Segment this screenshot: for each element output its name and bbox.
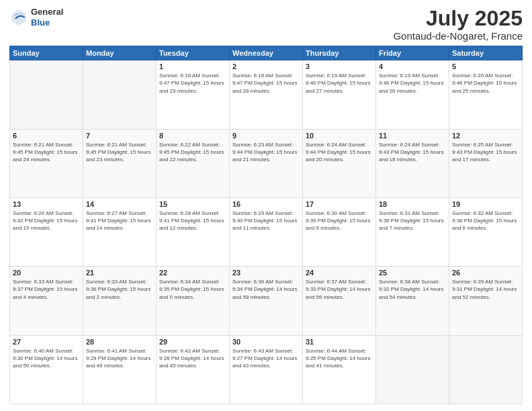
table-row: 9Sunrise: 6:23 AM Sunset: 9:44 PM Daylig… (230, 129, 303, 197)
calendar-week-row: 20Sunrise: 6:33 AM Sunset: 9:37 PM Dayli… (10, 267, 523, 335)
day-number: 18 (379, 200, 446, 208)
logo: General Blue (9, 7, 63, 28)
day-info: Sunrise: 6:32 AM Sunset: 9:38 PM Dayligh… (452, 210, 519, 232)
day-number: 22 (159, 269, 226, 277)
calendar-week-row: 6Sunrise: 6:21 AM Sunset: 9:45 PM Daylig… (10, 129, 523, 197)
day-number: 14 (86, 200, 153, 208)
table-row: 11Sunrise: 6:24 AM Sunset: 9:43 PM Dayli… (376, 129, 449, 197)
table-row: 24Sunrise: 6:37 AM Sunset: 9:33 PM Dayli… (303, 267, 376, 335)
day-info: Sunrise: 6:29 AM Sunset: 9:40 PM Dayligh… (232, 210, 300, 232)
calendar-week-row: 13Sunrise: 6:26 AM Sunset: 9:42 PM Dayli… (10, 197, 523, 266)
day-info: Sunrise: 6:28 AM Sunset: 9:41 PM Dayligh… (159, 210, 226, 232)
col-tuesday: Tuesday (157, 46, 230, 60)
day-number: 21 (86, 269, 153, 277)
month-title: July 2025 (393, 7, 523, 30)
day-number: 4 (379, 62, 446, 71)
logo-icon (9, 8, 28, 27)
table-row: 25Sunrise: 6:38 AM Sunset: 9:32 PM Dayli… (376, 267, 449, 335)
day-info: Sunrise: 6:19 AM Sunset: 9:46 PM Dayligh… (306, 72, 373, 95)
day-number: 5 (452, 62, 519, 71)
day-number: 25 (379, 269, 446, 277)
col-saturday: Saturday (449, 46, 523, 60)
day-info: Sunrise: 6:44 AM Sunset: 9:25 PM Dayligh… (306, 347, 373, 370)
calendar-table: Sunday Monday Tuesday Wednesday Thursday… (9, 46, 523, 404)
day-info: Sunrise: 6:27 AM Sunset: 9:41 PM Dayligh… (86, 210, 153, 232)
table-row: 27Sunrise: 6:40 AM Sunset: 9:30 PM Dayli… (10, 335, 83, 404)
table-row: 23Sunrise: 6:36 AM Sunset: 9:34 PM Dayli… (230, 267, 303, 335)
day-number: 6 (13, 132, 80, 140)
day-number: 29 (159, 338, 226, 346)
day-number: 8 (159, 132, 226, 140)
day-number: 23 (232, 269, 300, 277)
day-number: 10 (306, 132, 373, 140)
day-info: Sunrise: 6:38 AM Sunset: 9:32 PM Dayligh… (379, 278, 446, 301)
day-info: Sunrise: 6:30 AM Sunset: 9:39 PM Dayligh… (306, 210, 373, 232)
table-row: 8Sunrise: 6:22 AM Sunset: 9:45 PM Daylig… (157, 129, 230, 197)
header: General Blue July 2025 Gontaud-de-Nogare… (9, 7, 523, 42)
table-row: 7Sunrise: 6:21 AM Sunset: 9:45 PM Daylig… (83, 129, 157, 197)
table-row: 19Sunrise: 6:32 AM Sunset: 9:38 PM Dayli… (449, 197, 523, 266)
table-row: 2Sunrise: 6:18 AM Sunset: 9:47 PM Daylig… (230, 60, 303, 129)
day-info: Sunrise: 6:33 AM Sunset: 9:36 PM Dayligh… (86, 278, 153, 301)
table-row: 14Sunrise: 6:27 AM Sunset: 9:41 PM Dayli… (83, 197, 157, 266)
table-row: 30Sunrise: 6:43 AM Sunset: 9:27 PM Dayli… (230, 335, 303, 404)
table-row: 17Sunrise: 6:30 AM Sunset: 9:39 PM Dayli… (303, 197, 376, 266)
table-row: 16Sunrise: 6:29 AM Sunset: 9:40 PM Dayli… (230, 197, 303, 266)
table-row (10, 60, 83, 129)
calendar-header-row: Sunday Monday Tuesday Wednesday Thursday… (10, 46, 523, 60)
day-info: Sunrise: 6:19 AM Sunset: 9:46 PM Dayligh… (379, 72, 446, 95)
day-info: Sunrise: 6:22 AM Sunset: 9:45 PM Dayligh… (159, 141, 226, 164)
table-row (376, 335, 449, 404)
day-number: 16 (232, 200, 300, 208)
day-info: Sunrise: 6:24 AM Sunset: 9:44 PM Dayligh… (306, 141, 373, 164)
day-number: 3 (306, 62, 373, 71)
title-block: July 2025 Gontaud-de-Nogaret, France (393, 7, 523, 42)
day-info: Sunrise: 6:43 AM Sunset: 9:27 PM Dayligh… (232, 347, 300, 370)
day-number: 7 (86, 132, 153, 140)
day-number: 26 (452, 269, 519, 277)
day-info: Sunrise: 6:42 AM Sunset: 9:28 PM Dayligh… (159, 347, 226, 370)
day-number: 27 (13, 338, 80, 346)
table-row: 1Sunrise: 6:18 AM Sunset: 9:47 PM Daylig… (157, 60, 230, 129)
col-monday: Monday (83, 46, 157, 60)
day-number: 20 (13, 269, 80, 277)
day-info: Sunrise: 6:21 AM Sunset: 9:45 PM Dayligh… (13, 141, 80, 164)
calendar-week-row: 1Sunrise: 6:18 AM Sunset: 9:47 PM Daylig… (10, 60, 523, 129)
table-row: 15Sunrise: 6:28 AM Sunset: 9:41 PM Dayli… (157, 197, 230, 266)
day-info: Sunrise: 6:24 AM Sunset: 9:43 PM Dayligh… (379, 141, 446, 164)
table-row: 31Sunrise: 6:44 AM Sunset: 9:25 PM Dayli… (303, 335, 376, 404)
day-info: Sunrise: 6:33 AM Sunset: 9:37 PM Dayligh… (13, 278, 80, 301)
day-info: Sunrise: 6:20 AM Sunset: 9:46 PM Dayligh… (452, 72, 519, 95)
page: General Blue July 2025 Gontaud-de-Nogare… (0, 0, 532, 411)
day-info: Sunrise: 6:23 AM Sunset: 9:44 PM Dayligh… (232, 141, 300, 164)
day-number: 31 (306, 338, 373, 346)
day-number: 28 (86, 338, 153, 346)
table-row: 10Sunrise: 6:24 AM Sunset: 9:44 PM Dayli… (303, 129, 376, 197)
day-info: Sunrise: 6:41 AM Sunset: 9:29 PM Dayligh… (86, 347, 153, 370)
table-row: 28Sunrise: 6:41 AM Sunset: 9:29 PM Dayli… (83, 335, 157, 404)
table-row: 21Sunrise: 6:33 AM Sunset: 9:36 PM Dayli… (83, 267, 157, 335)
day-number: 15 (159, 200, 226, 208)
calendar-week-row: 27Sunrise: 6:40 AM Sunset: 9:30 PM Dayli… (10, 335, 523, 404)
day-info: Sunrise: 6:25 AM Sunset: 9:43 PM Dayligh… (452, 141, 519, 164)
day-number: 30 (232, 338, 300, 346)
day-number: 17 (306, 200, 373, 208)
table-row (83, 60, 157, 129)
col-sunday: Sunday (10, 46, 83, 60)
day-number: 2 (232, 62, 300, 71)
day-number: 9 (232, 132, 300, 140)
table-row: 18Sunrise: 6:31 AM Sunset: 9:39 PM Dayli… (376, 197, 449, 266)
table-row: 6Sunrise: 6:21 AM Sunset: 9:45 PM Daylig… (10, 129, 83, 197)
table-row: 29Sunrise: 6:42 AM Sunset: 9:28 PM Dayli… (157, 335, 230, 404)
day-info: Sunrise: 6:31 AM Sunset: 9:39 PM Dayligh… (379, 210, 446, 232)
day-info: Sunrise: 6:18 AM Sunset: 9:47 PM Dayligh… (159, 72, 226, 95)
day-info: Sunrise: 6:21 AM Sunset: 9:45 PM Dayligh… (86, 141, 153, 164)
table-row: 26Sunrise: 6:39 AM Sunset: 9:31 PM Dayli… (449, 267, 523, 335)
day-info: Sunrise: 6:40 AM Sunset: 9:30 PM Dayligh… (13, 347, 80, 370)
day-info: Sunrise: 6:34 AM Sunset: 9:35 PM Dayligh… (159, 278, 226, 301)
logo-text: General Blue (31, 7, 63, 28)
day-info: Sunrise: 6:36 AM Sunset: 9:34 PM Dayligh… (232, 278, 300, 301)
day-number: 1 (159, 62, 226, 71)
table-row: 3Sunrise: 6:19 AM Sunset: 9:46 PM Daylig… (303, 60, 376, 129)
table-row: 22Sunrise: 6:34 AM Sunset: 9:35 PM Dayli… (157, 267, 230, 335)
